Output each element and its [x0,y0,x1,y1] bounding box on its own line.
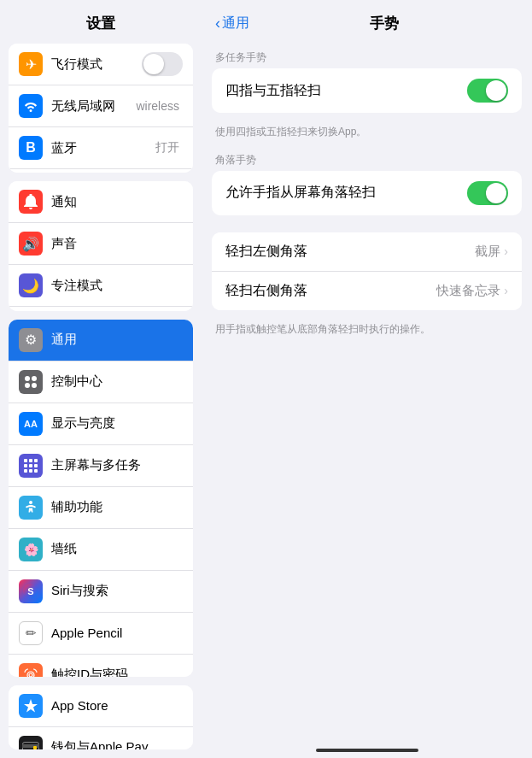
sidebar-item-general[interactable]: ⚙ 通用 [9,320,193,361]
svg-rect-9 [34,464,38,467]
sidebar-label-accessibility: 辅助功能 [51,499,183,515]
sidebar-item-homescreen[interactable]: 主屏幕与多任务 [9,445,193,487]
section-label-multitask: 多任务手势 [202,44,532,68]
controlcenter-icon [19,370,43,394]
svg-point-13 [29,501,32,504]
sidebar-label-applepencil: Apple Pencil [51,626,183,640]
sidebar-label-homescreen: 主屏幕与多任务 [51,457,183,473]
sidebar-value-bluetooth: 打开 [155,140,179,156]
sidebar-item-sound[interactable]: 🔊 声音 [9,223,193,265]
sidebar-item-appstore[interactable]: App Store [9,685,193,727]
sidebar-item-vpn[interactable]: VPN VPN [9,169,193,173]
sidebar-item-wallpaper[interactable]: 🌸 墙纸 [9,529,193,571]
sidebar-label-sound: 声音 [51,236,183,252]
corner-actions-desc: 用手指或触控笔从底部角落轻扫时执行的操作。 [202,319,532,344]
swiperight-value: 快速备忘录 [436,283,500,299]
cornerswipe-toggle[interactable] [467,181,508,205]
notifications-icon [19,190,43,214]
sidebar-item-notifications[interactable]: 通知 [9,181,193,223]
svg-point-2 [25,383,30,388]
airplane-icon: ✈ [19,52,43,76]
sidebar-label-notifications: 通知 [51,194,183,210]
appstore-icon [19,694,43,718]
sidebar-label-general: 通用 [51,332,183,348]
swipeleft-value: 截屏 [475,244,500,260]
swipeleft-label: 轻扫左侧角落 [225,243,475,261]
applepencil-icon: ✏ [19,621,43,645]
svg-rect-4 [24,459,27,462]
back-label: 通用 [222,15,249,32]
faceid-icon [19,663,43,677]
sidebar-item-display[interactable]: AA 显示与亮度 [9,403,193,445]
sidebar: 设置 ✈ 飞行模式 无线局域网 wireless B 蓝牙 打开 [0,0,202,758]
cornerswipe-label: 允许手指从屏幕角落轻扫 [225,184,467,202]
home-bar [316,749,418,752]
sound-icon: 🔊 [19,232,43,256]
sidebar-item-bluetooth[interactable]: B 蓝牙 打开 [9,127,193,169]
app-container: 设置 ✈ 飞行模式 无线局域网 wireless B 蓝牙 打开 [0,0,532,758]
sidebar-item-siri[interactable]: S Siri与搜索 [9,571,193,613]
svg-rect-11 [29,469,32,473]
sidebar-item-wallet[interactable]: 钱包与Apple Pay [9,727,193,749]
back-button[interactable]: ‹ 通用 [215,15,249,32]
svg-rect-12 [34,469,38,473]
main-panel: ‹ 通用 手势 多任务手势 四指与五指轻扫 使用四指或五指轻扫来切换App。 角… [202,0,532,758]
svg-point-3 [32,383,37,388]
sidebar-title: 设置 [0,0,202,44]
svg-text:S: S [27,586,33,596]
svg-rect-21 [33,746,37,749]
sidebar-label-faceid: 触控ID与密码 [51,667,183,676]
section-label-corner: 角落手势 [202,146,532,171]
sidebar-group-apps: App Store 钱包与Apple Pay [9,685,193,749]
fourfive-toggle[interactable] [467,79,508,103]
fourfive-label: 四指与五指轻扫 [225,82,467,100]
sidebar-label-display: 显示与亮度 [51,415,183,432]
wifi-icon [19,94,43,118]
home-indicator [202,743,532,758]
settings-row-swipeleft[interactable]: 轻扫左侧角落 截屏 › [212,232,522,272]
settings-row-fourfive[interactable]: 四指与五指轻扫 [212,68,522,113]
sidebar-value-wifi: wireless [136,99,179,113]
swiperight-chevron: › [504,284,508,297]
sidebar-item-applepencil[interactable]: ✏ Apple Pencil [9,613,193,655]
sidebar-item-accessibility[interactable]: 辅助功能 [9,487,193,529]
svg-point-0 [25,376,30,381]
siri-icon: S [19,579,43,603]
settings-group-corner-actions: 轻扫左侧角落 截屏 › 轻扫右侧角落 快速备忘录 › [212,232,522,310]
swipeleft-chevron: › [504,244,508,258]
sidebar-group-network: ✈ 飞行模式 无线局域网 wireless B 蓝牙 打开 VPN V [9,44,193,173]
sidebar-item-screentime[interactable]: ⏱ 屏幕使用时间 [9,307,193,310]
svg-rect-7 [24,464,27,467]
svg-rect-6 [34,459,38,462]
general-icon: ⚙ [19,328,43,352]
settings-row-cornerswipe[interactable]: 允许手指从屏幕角落轻扫 [212,171,522,215]
accessibility-icon [19,496,43,520]
main-header: ‹ 通用 手势 [202,0,532,44]
sidebar-label-bluetooth: 蓝牙 [51,140,155,156]
bluetooth-icon: B [19,136,43,160]
settings-group-multitask: 四指与五指轻扫 [212,68,522,113]
sidebar-item-wifi[interactable]: 无线局域网 wireless [9,85,193,127]
sidebar-group-system: ⚙ 通用 控制中心 AA 显示与亮度 主屏幕与多任务 [9,320,193,677]
sidebar-label-siri: Siri与搜索 [51,583,183,599]
svg-rect-10 [24,469,27,473]
sidebar-group-notifications: 通知 🔊 声音 🌙 专注模式 ⏱ 屏幕使用时间 [9,181,193,310]
svg-rect-8 [29,464,32,467]
multitask-desc: 使用四指或五指轻扫来切换App。 [202,121,532,146]
sidebar-label-focus: 专注模式 [51,278,183,294]
section-corner-actions: 轻扫左侧角落 截屏 › 轻扫右侧角落 快速备忘录 › 用手指或触控笔从底部角落轻… [202,232,532,344]
homescreen-icon [19,454,43,478]
wallpaper-icon: 🌸 [19,538,43,561]
sidebar-label-wallpaper: 墙纸 [51,541,183,557]
sidebar-item-faceid[interactable]: 触控ID与密码 [9,655,193,677]
sidebar-item-controlcenter[interactable]: 控制中心 [9,361,193,403]
airplane-toggle[interactable] [142,52,183,76]
swiperight-label: 轻扫右侧角落 [225,282,436,300]
settings-row-swiperight[interactable]: 轻扫右侧角落 快速备忘录 › [212,272,522,310]
sidebar-item-airplane[interactable]: ✈ 飞行模式 [9,44,193,85]
sidebar-item-focus[interactable]: 🌙 专注模式 [9,265,193,307]
display-icon: AA [19,412,43,436]
page-title: 手势 [370,15,399,32]
sidebar-label-wifi: 无线局域网 [51,98,136,115]
svg-rect-5 [29,459,32,462]
